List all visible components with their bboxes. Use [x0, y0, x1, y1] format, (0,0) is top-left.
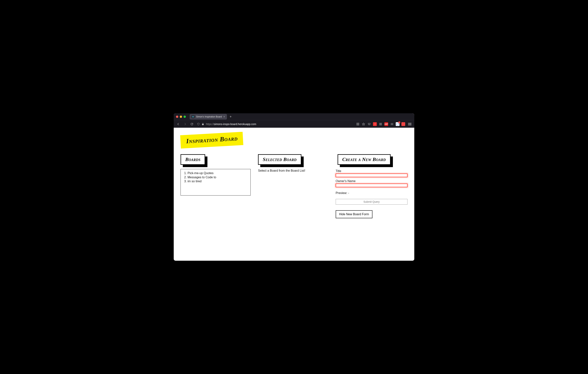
- svg-rect-13: [381, 124, 381, 125]
- back-button[interactable]: [176, 121, 181, 127]
- svg-marker-9: [362, 123, 365, 125]
- board-item[interactable]: Pick-me-up Quotes: [188, 171, 247, 175]
- boards-section: Boards Pick-me-up Quotes Messages to Cod…: [180, 154, 252, 195]
- svg-rect-6: [358, 123, 359, 124]
- svg-rect-10: [380, 123, 380, 124]
- toolbar-extensions: ⋯ ABP !: [356, 121, 412, 127]
- toggle-form-button[interactable]: Hide New Board Form: [336, 210, 372, 218]
- selected-header: Selected Board: [258, 154, 301, 165]
- create-header: Create a New Board: [337, 154, 391, 165]
- browser-window: Simon's Inspiration Board × + https://si…: [174, 113, 414, 261]
- svg-rect-12: [380, 124, 380, 125]
- page-title: Inspiration Board: [180, 132, 243, 149]
- url-text: https://simons-inspo-board.herokuapp.com: [206, 123, 256, 126]
- owner-label: Owner's Name: [336, 179, 408, 183]
- submit-button[interactable]: Submit Query: [336, 199, 408, 205]
- extension-bars-icon[interactable]: [390, 122, 394, 126]
- selected-title: Selected Board: [258, 154, 301, 165]
- minimize-window-button[interactable]: [180, 116, 182, 118]
- hamburger-icon: [408, 123, 411, 125]
- svg-rect-5: [357, 123, 358, 124]
- svg-rect-7: [357, 124, 358, 125]
- title-label: Title: [336, 169, 408, 173]
- boards-header: Boards: [180, 154, 205, 165]
- close-tab-icon[interactable]: ×: [223, 115, 225, 118]
- board-item[interactable]: Messages to Code to: [188, 175, 247, 179]
- shield-icon: [197, 123, 200, 126]
- selected-section: Selected Board Select a Board from the B…: [258, 154, 330, 172]
- svg-rect-4: [202, 124, 204, 125]
- browser-tab[interactable]: Simon's Inspiration Board ×: [190, 114, 227, 119]
- svg-rect-8: [358, 124, 359, 125]
- window-controls: [176, 116, 186, 118]
- new-board-form: Title Owner's Name Preview: - Submit Que…: [336, 169, 408, 205]
- reload-button[interactable]: [189, 121, 195, 127]
- page-content: Inspiration Board Boards Pick-me-up Quot…: [174, 128, 414, 261]
- owner-input[interactable]: [336, 184, 408, 187]
- pocket-icon[interactable]: [367, 122, 371, 126]
- selected-message: Select a Board from the Board List!: [258, 169, 330, 172]
- extension-red-1-icon[interactable]: ⋯: [373, 122, 377, 126]
- extension-badge-icon[interactable]: !: [396, 122, 399, 126]
- browser-toolbar: https://simons-inspo-board.herokuapp.com…: [174, 120, 414, 128]
- titlebar: Simon's Inspiration Board × +: [174, 113, 414, 120]
- extension-red-2-icon[interactable]: [401, 122, 405, 126]
- lock-icon: [201, 123, 204, 126]
- preview-text: Preview: -: [336, 191, 408, 195]
- url-scheme: https://: [206, 123, 214, 126]
- columns: Boards Pick-me-up Quotes Messages to Cod…: [180, 154, 408, 218]
- create-title: Create a New Board: [337, 154, 391, 165]
- boards-list: Pick-me-up Quotes Messages to Code to im…: [182, 171, 247, 183]
- create-section: Create a New Board Title Owner's Name Pr…: [336, 154, 408, 218]
- title-input[interactable]: [336, 173, 408, 177]
- bookmark-star-icon[interactable]: [362, 122, 365, 126]
- react-favicon-icon: [191, 115, 195, 118]
- close-window-button[interactable]: [176, 116, 178, 118]
- svg-point-1: [192, 116, 194, 117]
- tab-title: Simon's Inspiration Board: [196, 115, 222, 118]
- boards-title: Boards: [180, 154, 205, 165]
- forward-button[interactable]: [182, 121, 188, 127]
- svg-rect-11: [381, 123, 381, 124]
- url-host: simons-inspo-board.herokuapp.com: [214, 123, 256, 126]
- address-bar[interactable]: https://simons-inspo-board.herokuapp.com: [196, 123, 256, 126]
- abp-icon[interactable]: ABP: [384, 122, 388, 126]
- board-item[interactable]: im so tired: [188, 179, 247, 183]
- boards-list-box: Pick-me-up Quotes Messages to Code to im…: [180, 169, 251, 195]
- maximize-window-button[interactable]: [184, 116, 186, 118]
- new-tab-button[interactable]: +: [229, 115, 233, 119]
- app-menu-button[interactable]: [407, 121, 412, 127]
- page-title-wrap: Inspiration Board: [180, 135, 408, 149]
- grid-icon[interactable]: [356, 122, 360, 126]
- svg-rect-18: [397, 123, 399, 125]
- extension-puzzle-icon[interactable]: [379, 122, 382, 126]
